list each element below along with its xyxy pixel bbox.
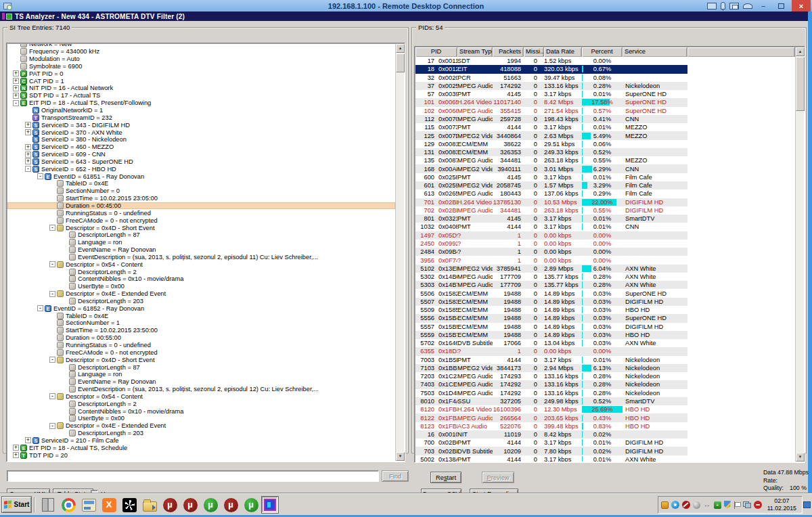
connection-info-icon[interactable] <box>707 3 717 9</box>
tree-item[interactable]: SectionNumber = 0 <box>7 187 395 195</box>
pid-row[interactable]: 1310x0083ECM/EMM3263530249.33 kbps0.52% <box>415 148 687 156</box>
pid-row[interactable]: 1290x0081ECM/EMM38622029.51 kbps0.06% <box>415 140 687 148</box>
pid-row[interactable]: 1010x0065H.264 Video1101714008.42 Mbps17… <box>415 98 687 106</box>
pid-row[interactable]: 71030x1BBFMPEG2 Video384417302.94 Mbps6.… <box>415 364 687 372</box>
tree-item[interactable]: TableID = 0x4E <box>7 180 395 187</box>
tree-item[interactable]: TableID = 0x4E <box>7 312 395 319</box>
tree-item[interactable]: RunningStatus = 0 - undefined <box>7 342 395 349</box>
quicklaunch-fan-icon[interactable] <box>119 495 139 514</box>
tree-item[interactable]: Language = ron <box>7 239 395 246</box>
tray-amber-icon[interactable] <box>661 501 669 509</box>
quicklaunch-folder-icon[interactable] <box>139 495 160 514</box>
tree-item[interactable]: FreeCAMode = 0 - not encrypted <box>7 349 395 356</box>
find-button[interactable]: Find <box>382 470 409 482</box>
collapse-icon[interactable]: - <box>49 423 55 429</box>
pid-row[interactable]: 7010x02BDH.264 Video13785130010.53 Mbps2… <box>415 198 687 206</box>
tray-skype-icon[interactable] <box>671 501 679 509</box>
tree-item[interactable]: -EEventID = 61851 - Ray Donovan <box>7 173 395 180</box>
quicklaunch-ut-green-icon[interactable]: µ <box>241 495 261 514</box>
pid-row[interactable]: 1250x007DMPEG2 Video344086402.63 Mbps5.4… <box>415 131 687 139</box>
pid-row[interactable]: 53030x14B7MPEG Audio1777090135.77 kbps0.… <box>415 281 687 289</box>
expand-icon[interactable]: + <box>13 452 19 458</box>
scroll-up-icon[interactable]: ▲ <box>396 44 405 53</box>
pid-row[interactable]: 70030x1B5BPMT414403.17 kbps0.01%Nickelod… <box>415 356 687 364</box>
collapse-icon[interactable]: - <box>37 305 43 311</box>
tree-item[interactable]: -SServiceID = 652 - HBO HD <box>7 165 395 173</box>
tree-item[interactable]: +SSDT PID = 17 - Actual TS <box>7 92 395 99</box>
quicklaunch-chrome-icon[interactable] <box>58 495 78 514</box>
quicklaunch-xampp-icon[interactable]: X <box>99 495 119 514</box>
tree-item[interactable]: SectionNumber = 1 <box>7 319 395 327</box>
expand-icon[interactable]: + <box>25 122 31 128</box>
expand-icon[interactable]: + <box>25 129 31 135</box>
taskbar-clock[interactable]: 02:0711.02.2015 <box>765 497 799 512</box>
tree-item[interactable]: ContentNibbles = 0x10 - movie/drama <box>7 407 395 415</box>
pid-row[interactable]: 55560x15B4ECM/EMM19488014.89 kbps0.03%Su… <box>415 314 687 322</box>
tree-item[interactable]: FreeCAMode = 0 - not encrypted <box>7 217 395 224</box>
tray-sphere-icon[interactable] <box>693 501 700 509</box>
tree-item[interactable]: -EEIT PID = 18 - Actual TS, Present/Foll… <box>7 99 395 107</box>
pid-row[interactable]: 6010x0259MPEG2 Video205874501.57 Mbps3.2… <box>415 181 687 189</box>
tree-item[interactable]: DescriptorLength = 203 <box>7 298 395 305</box>
quicklaunch-ut-red-icon[interactable]: µ <box>221 495 241 514</box>
pid-row[interactable]: 81200x1FB8H.264 Video16100396012.30 Mbps… <box>415 405 687 413</box>
pid-row[interactable]: 7000x02BCPMT414403.17 kbps0.01%DIGIFILM … <box>415 439 687 447</box>
pid-row[interactable]: 7020x02BEMPEG Audio3444810263.18 kbps0.5… <box>415 206 687 215</box>
tree-item[interactable]: +SServiceID = 609 - CNN <box>7 151 395 158</box>
scroll-down-icon[interactable]: ▼ <box>796 453 805 462</box>
pid-row[interactable]: 160x0010NIT1101908.42 kbps0.02% <box>415 430 687 439</box>
tray-sync-icon[interactable]: + <box>714 501 721 509</box>
pid-row[interactable]: 14970x05D9?100.00 kbps0.00% <box>415 231 687 240</box>
pid-row[interactable]: 6130x0265MPEG Audio1804430137.06 kbps0.2… <box>415 189 687 198</box>
pid-row[interactable]: 55590x15B7ECM/EMM19488014.89 kbps0.03%HB… <box>415 331 687 339</box>
pid-row[interactable]: 1020x0066MPEG Audio3554150271.54 kbps0.5… <box>415 107 687 115</box>
pid-row[interactable]: 55070x1583ECM/EMM19488014.89 kbps0.03%DI… <box>415 298 687 306</box>
tree-item[interactable]: Frequency = 434000 kHz <box>7 48 395 55</box>
pid-row[interactable]: 6000x0258PMT414503.17 kbps0.01%Film Cafe <box>415 173 687 181</box>
tree-item[interactable]: +TTDT PID = 20 <box>7 451 395 459</box>
tree-item[interactable]: +EEIT PID = 18 - Actual TS, Schedule <box>7 444 395 451</box>
tree-item[interactable]: Duration = 00:45:00 <box>7 202 395 210</box>
tree-item[interactable]: EventName = Ray Donovan <box>7 246 395 254</box>
pin-icon[interactable] <box>721 2 725 9</box>
tree-item[interactable]: -Descriptor = 0x4D - Short Event <box>7 224 395 231</box>
expand-icon[interactable]: + <box>13 93 19 99</box>
tree-item[interactable]: Modulation = Auto <box>7 55 395 63</box>
tree-item[interactable]: +SServiceID = 343 - DIGIFILM HD <box>7 121 395 129</box>
tree-item[interactable]: +PPAT PID = 0 <box>7 70 395 77</box>
tree-item[interactable]: -Descriptor = 0x54 - Content <box>7 393 395 401</box>
pid-row[interactable]: 1120x0070MPEG Audio2597280198.43 kbps0.4… <box>415 115 687 123</box>
tree-item[interactable]: Duration = 00:55:00 <box>7 334 395 342</box>
tree-item[interactable]: -EEventID = 61852 - Ray Donovan <box>7 305 395 312</box>
tree-item[interactable]: UserByte = 0x00 <box>7 415 395 422</box>
pid-row[interactable]: 170x0011SDT199401.52 kbps0.00% <box>415 57 687 65</box>
tree-item[interactable]: +SServiceID = 210 - Film Cafe <box>7 437 395 445</box>
find-input[interactable] <box>7 470 379 482</box>
pid-row[interactable]: 50020x138APMT414403.17 kbps0.01%AXN Whit… <box>415 455 687 462</box>
show-desktop-button[interactable] <box>803 498 811 512</box>
pid-row[interactable]: 55570x15B5ECM/EMM19488014.89 kbps0.03%DI… <box>415 323 687 331</box>
tree-item[interactable]: EventDescription = (sua, 2013, s. poliți… <box>7 253 395 261</box>
pid-row[interactable]: 75030x1D4FMPEG Audio1742920133.16 kbps0.… <box>415 389 687 397</box>
quicklaunch-appwin-icon[interactable] <box>78 495 99 514</box>
tree-item[interactable]: StartTime = 10.02.2015 23:50:00 <box>7 327 395 334</box>
minimize-button[interactable]: – <box>757 1 770 11</box>
pid-scroll-thumb[interactable] <box>796 57 805 111</box>
pid-row[interactable]: 10320x0408PMT414403.17 kbps0.01%CNN <box>415 223 687 231</box>
column-header-percent[interactable]: Percent <box>582 47 623 57</box>
pid-row[interactable]: 180x0012EIT4180880320.03 kbps0.67% <box>415 65 687 73</box>
pid-row[interactable]: 74030x1CEBMPEG Audio1742920133.16 kbps0.… <box>415 380 687 388</box>
close-button[interactable]: × <box>792 0 811 12</box>
tray-shield-icon[interactable] <box>724 501 731 509</box>
tree-item[interactable]: -Descriptor = 0x54 - Content <box>7 261 395 268</box>
expand-icon[interactable]: + <box>25 152 31 158</box>
tree-item[interactable]: -Descriptor = 0x4E - Extended Event <box>7 422 395 430</box>
pid-row[interactable]: 53020x14B6MPEG Audio1777090135.77 kbps0.… <box>415 273 687 281</box>
pid-row[interactable]: 81220x1FBAMPEG Audio2665640203.65 kbps0.… <box>415 413 687 422</box>
tree-item[interactable]: DescriptorLength = 87 <box>7 363 395 371</box>
scroll-down-icon[interactable]: ▼ <box>396 452 405 461</box>
tree-item[interactable]: +NNIT PID = 16 - Actual Network <box>7 85 395 92</box>
tree-item[interactable]: NOriginalNetworkID = 1 <box>7 107 395 114</box>
pid-row[interactable]: 320x0020PCR51663039.47 kbps0.08% <box>415 74 687 82</box>
tree-item[interactable]: -Descriptor = 0x4E - Extended Event <box>7 290 395 298</box>
